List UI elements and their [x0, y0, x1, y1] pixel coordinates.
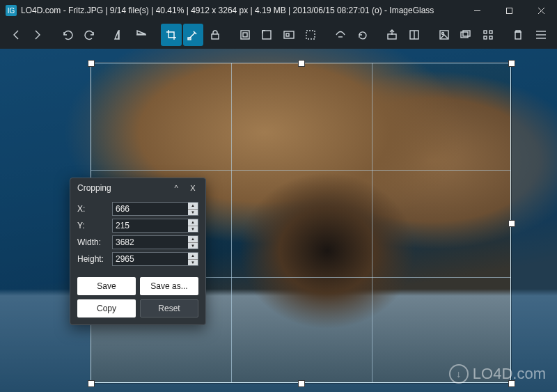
frame-button[interactable]: [301, 24, 322, 46]
redo-icon: [84, 29, 96, 41]
crop-handle[interactable]: [508, 220, 515, 227]
crop-handle[interactable]: [508, 60, 515, 67]
save-as-button[interactable]: Save as...: [140, 277, 198, 295]
svg-rect-16: [388, 34, 396, 39]
next-button[interactable]: [28, 24, 49, 46]
slideshow-button[interactable]: [278, 24, 299, 46]
flip-v-icon: [135, 29, 148, 41]
close-button[interactable]: [525, 0, 557, 21]
export-button[interactable]: [382, 24, 403, 46]
height-spinner[interactable]: ▲▼: [188, 253, 198, 265]
close-icon[interactable]: X: [187, 184, 198, 192]
title-dimensions: 4912 x 3264 px: [191, 6, 248, 15]
svg-rect-11: [243, 33, 247, 37]
svg-rect-21: [461, 32, 468, 38]
svg-marker-4: [115, 31, 118, 39]
maximize-button[interactable]: [493, 0, 525, 21]
title-filename: Fritz.JPG: [68, 6, 103, 15]
share-button[interactable]: [330, 24, 351, 46]
menu-button[interactable]: [531, 24, 551, 46]
svg-rect-14: [286, 33, 289, 36]
svg-rect-27: [515, 32, 521, 39]
width-spinner[interactable]: ▲▼: [188, 236, 198, 249]
svg-point-20: [441, 33, 444, 35]
title-timestamp: 2013/06/15 08:27:01 (o): [293, 6, 382, 15]
panel-icon: [408, 29, 421, 41]
prev-button[interactable]: [6, 24, 26, 46]
title-site: LO4D.com: [21, 6, 61, 15]
reset-button[interactable]: Reset: [140, 299, 198, 317]
rotate-icon: [356, 29, 369, 41]
undo-button[interactable]: [57, 24, 78, 46]
save-button[interactable]: Save: [77, 277, 136, 295]
window-fit-button[interactable]: [235, 24, 256, 46]
title-app: - ImageGlass: [384, 6, 434, 15]
watermark-text: LO4D.com: [473, 365, 546, 383]
app-icon: IG: [6, 5, 17, 16]
toolbar: [0, 21, 557, 49]
image-icon: [438, 29, 450, 41]
download-icon: ↓: [449, 364, 469, 384]
titlebar: IG LO4D.com - Fritz.JPG | 9/14 file(s) |…: [0, 0, 557, 21]
next-icon: [31, 29, 44, 41]
svg-rect-26: [489, 36, 492, 39]
frame-icon: [304, 29, 317, 41]
color-picker-icon: [187, 29, 199, 41]
x-spinner[interactable]: ▲▼: [188, 203, 198, 215]
fullscreen-icon: [260, 29, 273, 41]
svg-rect-9: [212, 34, 219, 39]
flip-h-button[interactable]: [109, 24, 130, 46]
watermark: ↓ LO4D.com: [449, 364, 546, 384]
cropping-panel[interactable]: Cropping ^ X X: ▲▼ Y: ▲▼ Width: ▲▼ Heigh…: [70, 178, 206, 325]
crop-handle[interactable]: [298, 60, 305, 67]
x-input[interactable]: [112, 202, 198, 216]
flip-h-icon: [113, 29, 125, 41]
crop-icon: [165, 29, 178, 41]
cropping-panel-header[interactable]: Cropping ^ X: [70, 178, 205, 198]
width-input[interactable]: [112, 235, 198, 249]
window-controls: [461, 0, 557, 21]
crop-handle[interactable]: [88, 380, 95, 387]
image-button[interactable]: [434, 24, 455, 46]
copy-button[interactable]: Copy: [77, 299, 136, 317]
x-label: X:: [77, 204, 109, 214]
title-zoom: 40.41%: [156, 6, 185, 15]
prev-icon: [10, 29, 22, 41]
svg-rect-15: [306, 31, 315, 39]
svg-rect-1: [506, 8, 512, 13]
color-picker-button[interactable]: [183, 24, 204, 46]
thumbnails-icon: [482, 29, 494, 41]
slideshow-icon: [283, 29, 295, 41]
thumbnails-button[interactable]: [478, 24, 499, 46]
delete-button[interactable]: [508, 24, 528, 46]
collapse-icon[interactable]: ^: [171, 184, 182, 192]
lock-icon: [209, 29, 221, 41]
minimize-button[interactable]: [461, 0, 493, 21]
title-text: LO4D.com - Fritz.JPG | 9/14 file(s) | 40…: [21, 6, 434, 15]
share-icon: [334, 29, 347, 41]
undo-icon: [61, 29, 74, 41]
crop-button[interactable]: [161, 24, 182, 46]
gallery-icon: [460, 29, 472, 41]
flip-v-button[interactable]: [131, 24, 152, 46]
crop-handle[interactable]: [298, 380, 305, 387]
y-label: Y:: [77, 221, 109, 230]
svg-marker-6: [137, 31, 146, 34]
redo-button[interactable]: [79, 24, 100, 46]
cropping-panel-body: X: ▲▼ Y: ▲▼ Width: ▲▼ Height: ▲▼: [70, 198, 205, 273]
svg-rect-25: [484, 36, 487, 39]
rotate-button[interactable]: [352, 24, 373, 46]
crop-handle[interactable]: [88, 60, 95, 67]
y-spinner[interactable]: ▲▼: [188, 219, 198, 232]
fullscreen-button[interactable]: [256, 24, 277, 46]
height-input[interactable]: [112, 252, 198, 266]
y-input[interactable]: [112, 219, 198, 233]
panel-button[interactable]: [404, 24, 425, 46]
svg-rect-10: [241, 31, 249, 39]
delete-icon: [512, 29, 524, 41]
lock-button[interactable]: [205, 24, 226, 46]
cropping-title: Cropping: [77, 183, 165, 193]
title-filesize: 4.19 MB: [255, 6, 286, 15]
gallery-button[interactable]: [455, 24, 476, 46]
svg-rect-24: [489, 31, 492, 33]
